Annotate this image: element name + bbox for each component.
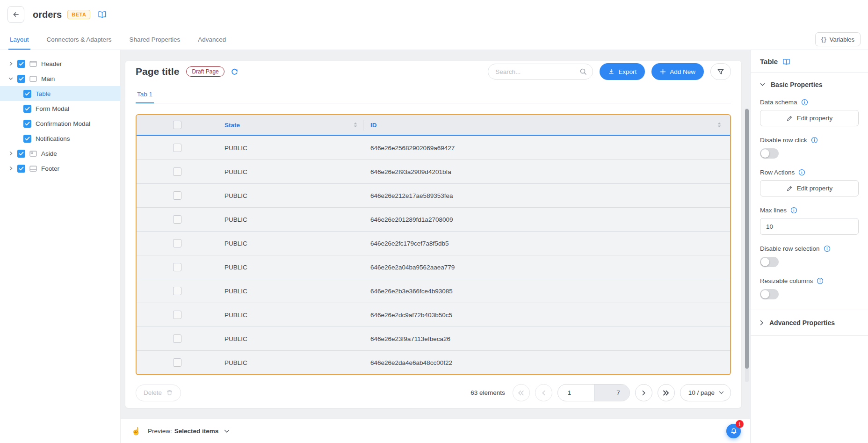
chevron-right-icon[interactable]: [7, 151, 14, 156]
checkbox-checked[interactable]: [17, 165, 25, 173]
preview-selector[interactable]: Preview: Selected items: [148, 428, 230, 435]
disable-row-selection-toggle[interactable]: [760, 257, 779, 267]
documentation-book-icon[interactable]: [98, 11, 107, 18]
search-box[interactable]: [488, 64, 593, 80]
tab-1[interactable]: Tab 1: [136, 91, 154, 103]
delete-label: Delete: [144, 389, 162, 396]
chevron-right-icon[interactable]: [7, 61, 14, 66]
documentation-book-icon[interactable]: [782, 58, 790, 65]
sort-icon[interactable]: [353, 122, 358, 128]
beta-badge: BETA: [67, 10, 90, 19]
tab-layout[interactable]: Layout: [1, 29, 38, 50]
layout-tree-sidebar: Header Main Table Form Modal Confirmatio…: [0, 50, 121, 443]
table-row[interactable]: PUBLIC 646e26e2da4e6ab48cc00f22: [137, 350, 730, 374]
sidebar-item-notifications[interactable]: Notifications: [0, 131, 120, 146]
info-icon[interactable]: [824, 245, 831, 252]
variables-button[interactable]: { } Variables: [815, 32, 861, 46]
info-icon[interactable]: [811, 137, 818, 144]
row-checkbox[interactable]: [173, 263, 181, 271]
field-label: Disable row selection: [760, 245, 820, 252]
sidebar-item-form-modal[interactable]: Form Modal: [0, 101, 120, 116]
next-page-button[interactable]: [635, 384, 652, 401]
checkbox-checked[interactable]: [23, 90, 31, 98]
tab-connectors-adapters[interactable]: Connectors & Adapters: [38, 29, 121, 50]
cell-id: 646e26e25682902069a69427: [370, 145, 455, 152]
row-checkbox[interactable]: [173, 191, 181, 200]
select-all-checkbox[interactable]: [173, 121, 181, 129]
column-header-id[interactable]: ID: [370, 122, 377, 129]
row-checkbox[interactable]: [173, 311, 181, 319]
checkbox-checked[interactable]: [17, 75, 25, 83]
table-footer: Delete 63 elements: [136, 384, 731, 401]
back-button[interactable]: [7, 6, 24, 23]
prev-page-button[interactable]: [535, 384, 552, 401]
page-size-select[interactable]: 10 / page: [680, 384, 731, 401]
sidebar-item-label: Notifications: [36, 135, 70, 142]
info-icon[interactable]: [817, 277, 824, 284]
table-widget[interactable]: State ID PUBLIC 646e26e25682902069a: [136, 114, 731, 375]
field-data-schema: Data schema Edit property: [760, 99, 859, 126]
section-label: Advanced Properties: [769, 319, 835, 327]
row-checkbox[interactable]: [173, 358, 181, 367]
row-checkbox[interactable]: [173, 287, 181, 295]
main-section-icon: [29, 76, 37, 82]
column-header-state[interactable]: State: [224, 122, 240, 129]
row-checkbox[interactable]: [173, 334, 181, 343]
checkbox-checked[interactable]: [17, 150, 25, 158]
table-row[interactable]: PUBLIC 646e26e23f9a7113efbeca26: [137, 327, 730, 350]
chevron-down-icon: [760, 83, 765, 87]
checkbox-checked[interactable]: [23, 120, 31, 128]
checkbox-checked[interactable]: [23, 135, 31, 143]
max-lines-input[interactable]: [760, 218, 859, 235]
tab-advanced[interactable]: Advanced: [189, 29, 235, 50]
info-icon[interactable]: [790, 207, 797, 214]
delete-button[interactable]: Delete: [136, 385, 181, 401]
chevron-down-icon[interactable]: [7, 77, 14, 81]
footer-section-icon: [29, 166, 37, 172]
sidebar-item-table[interactable]: Table: [0, 86, 120, 101]
current-page-input[interactable]: 1: [558, 385, 594, 401]
canvas-scrollbar[interactable]: [745, 108, 749, 382]
add-new-button[interactable]: Add New: [651, 63, 704, 80]
row-checkbox[interactable]: [173, 144, 181, 152]
tab-shared-properties[interactable]: Shared Properties: [120, 29, 189, 50]
export-button[interactable]: Export: [600, 63, 645, 80]
table-row[interactable]: PUBLIC 646e26e201289fd1a2708009: [137, 207, 730, 231]
properties-panel: Table Basic Properties Data schema: [750, 50, 868, 443]
scrollbar-thumb[interactable]: [745, 109, 749, 369]
filter-button[interactable]: [710, 63, 731, 80]
last-page-button[interactable]: [658, 384, 675, 401]
table-row[interactable]: PUBLIC 646e26e2f93a2909d4201bfa: [137, 160, 730, 183]
table-row[interactable]: PUBLIC 646e26e25682902069a69427: [137, 136, 730, 160]
sidebar-item-footer[interactable]: Footer: [0, 161, 120, 176]
table-row[interactable]: PUBLIC 646e26e2fc179cef7a8f5db5: [137, 231, 730, 255]
sort-icon[interactable]: [717, 122, 722, 128]
table-row[interactable]: PUBLIC 646e26e212e17ae589353fea: [137, 183, 730, 207]
disable-row-click-toggle[interactable]: [760, 148, 779, 159]
pencil-icon: [786, 115, 793, 122]
table-row[interactable]: PUBLIC 646e26e2b3e366fce4b93085: [137, 279, 730, 303]
table-row[interactable]: PUBLIC 646e26e2a04ba9562aaea779: [137, 255, 730, 279]
row-checkbox[interactable]: [173, 239, 181, 247]
sidebar-item-main[interactable]: Main: [0, 71, 120, 86]
edit-property-button[interactable]: Edit property: [760, 110, 859, 126]
first-page-button[interactable]: [513, 384, 530, 401]
basic-properties-section[interactable]: Basic Properties: [760, 81, 859, 88]
cell-id: 646e26e2fc179cef7a8f5db5: [370, 240, 448, 247]
info-icon[interactable]: [798, 169, 805, 176]
chevron-right-icon[interactable]: [7, 166, 14, 171]
sidebar-item-aside[interactable]: Aside: [0, 146, 120, 161]
info-icon[interactable]: [801, 99, 808, 106]
resizable-columns-toggle[interactable]: [760, 289, 779, 299]
sidebar-item-header[interactable]: Header: [0, 56, 120, 71]
row-checkbox[interactable]: [173, 167, 181, 176]
row-checkbox[interactable]: [173, 215, 181, 224]
advanced-properties-section[interactable]: Advanced Properties: [760, 319, 859, 327]
table-row[interactable]: PUBLIC 646e26e2dc9af72b403b50c5: [137, 303, 730, 327]
sidebar-item-confirmation-modal[interactable]: Confirmation Modal: [0, 116, 120, 131]
checkbox-checked[interactable]: [17, 60, 25, 68]
edit-property-button[interactable]: Edit property: [760, 180, 859, 196]
search-input[interactable]: [495, 68, 579, 75]
refresh-icon[interactable]: [231, 68, 239, 76]
checkbox-checked[interactable]: [23, 105, 31, 113]
